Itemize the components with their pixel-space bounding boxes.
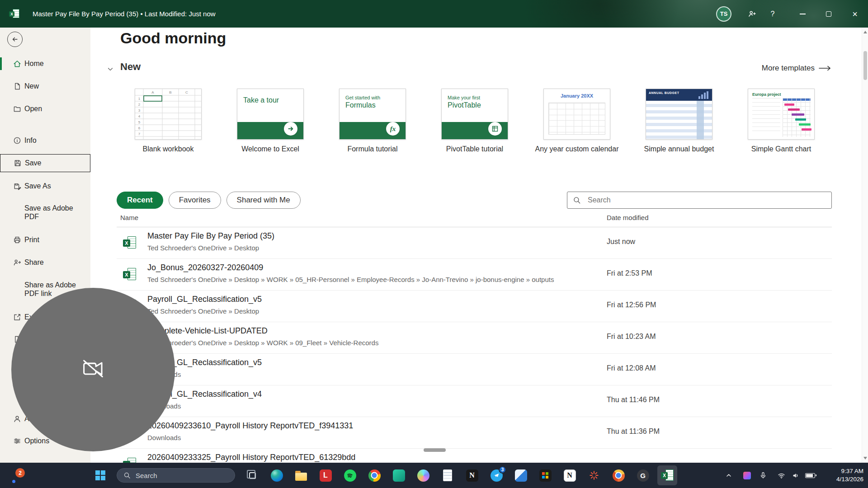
template-thumbnail: ANNUAL BUDGET (646, 89, 712, 140)
search-input[interactable] (588, 196, 826, 204)
template-thumbnail: January 20XX (543, 89, 610, 140)
horizontal-scrollbar-thumb[interactable] (424, 448, 446, 452)
file-date-modified: Thu at 11:46 PM (607, 396, 660, 404)
sidebar-item-home[interactable]: Home (0, 56, 90, 71)
battery-status[interactable] (803, 463, 817, 488)
scroll-up-arrow[interactable] (862, 28, 868, 36)
minimize-button[interactable] (789, 0, 816, 28)
tray-microphone[interactable] (756, 463, 770, 488)
tray-app[interactable] (740, 463, 754, 488)
volume-status[interactable] (788, 463, 803, 488)
column-header-name[interactable]: Name (120, 214, 138, 221)
teal-app-button[interactable] (389, 465, 409, 485)
starburst-app-button[interactable] (584, 465, 604, 485)
template-label: PivotTable tutorial (446, 145, 503, 153)
back-button[interactable] (7, 32, 23, 47)
task-view-button[interactable] (242, 465, 262, 485)
file-path: Ted Schroeder's OneDrive » Desktop » WOR… (147, 339, 378, 347)
maximize-button[interactable] (816, 0, 842, 28)
file-search-box[interactable] (567, 192, 832, 209)
sidebar-item-open[interactable]: Open (0, 101, 90, 117)
template-any-year-calendar[interactable]: January 20XX Any year custom calendar (526, 89, 628, 153)
tray-chevron-up[interactable] (722, 463, 736, 488)
sidebar-item-label: New (24, 82, 39, 90)
sidebar-item-label: Home (24, 60, 44, 68)
titlebar: X Master Pay File By Pay Period (35) • L… (0, 0, 868, 28)
spotify-button[interactable] (340, 465, 360, 485)
scrollbar-thumb[interactable] (863, 51, 867, 80)
sidebar-item-save[interactable]: Save (0, 154, 90, 172)
excel-taskbar-button[interactable]: X (657, 465, 677, 485)
tray-app-icon (743, 472, 751, 479)
template-pivottable-tutorial[interactable]: Make your first PivotTable PivotTable tu… (424, 89, 526, 153)
notion-dark-button[interactable]: N (462, 465, 482, 485)
sidebar-item-new[interactable]: New (0, 79, 90, 94)
options-icon (13, 436, 22, 446)
sidebar-item-info[interactable]: Info (0, 133, 90, 148)
collapse-new-section-chevron-icon[interactable] (107, 66, 114, 75)
template-formula-tutorial[interactable]: Get started with Formulas fx Formula tut… (321, 89, 424, 153)
file-row[interactable]: X Master Pay File By Pay Period (35) Ted… (117, 227, 832, 259)
sidebar-item-label: Save as Adobe PDF (24, 204, 84, 221)
sidebar-item-print[interactable]: Print (0, 232, 90, 248)
notion-button[interactable]: N (560, 465, 580, 485)
template-thumbnail: Europa project (748, 89, 815, 140)
file-row[interactable]: X Payroll_GL_Reclassification_v5 Downloa… (117, 354, 832, 385)
scroll-down-arrow[interactable] (862, 455, 868, 462)
column-header-date-modified[interactable]: Date modified (607, 214, 649, 221)
more-templates-link[interactable]: More templates (762, 64, 832, 73)
maximize-icon (826, 11, 831, 17)
vertical-scrollbar[interactable] (862, 28, 868, 463)
template-welcome-to-excel[interactable]: Take a tour Welcome to Excel (219, 89, 321, 153)
file-row[interactable]: X Jo_Bonus_20260327-20260409 Ted Schroed… (117, 259, 832, 291)
template-blank-workbook[interactable]: A B C 1 2 3 4 5 6 7 (117, 89, 219, 153)
excel-file-icon: X (123, 457, 137, 463)
template-simple-gantt-chart[interactable]: Europa project Simple Gantt chart (730, 89, 832, 153)
notepad-button[interactable] (438, 465, 458, 485)
tab-recent[interactable]: Recent (117, 192, 163, 209)
file-list-tabs: Recent Favorites Shared with Me (117, 192, 301, 209)
template-gallery: A B C 1 2 3 4 5 6 7 (117, 89, 832, 153)
file-path: Ted Schroeder's OneDrive » Desktop (147, 307, 259, 315)
tab-favorites[interactable]: Favorites (169, 192, 221, 209)
clock-date: 4/13/2026 (818, 475, 863, 483)
teal-app-icon (393, 469, 405, 482)
template-label: Any year custom calendar (535, 145, 619, 153)
file-row[interactable]: X 20260409233325_Payroll History Reportv… (117, 449, 832, 463)
close-button[interactable]: × (842, 0, 868, 28)
taskbar-clock[interactable]: 9:37 AM 4/13/2026 (818, 467, 863, 483)
share-contacts-icon[interactable] (741, 0, 762, 28)
tab-shared-with-me[interactable]: Shared with Me (226, 192, 301, 209)
telegram-button[interactable]: 3 (486, 465, 506, 485)
chrome-alt-button[interactable] (609, 465, 628, 485)
notion-icon: N (564, 469, 576, 482)
microsoft-365-button[interactable] (535, 465, 555, 485)
template-simple-annual-budget[interactable]: ANNUAL BUDGET Simple annual budget (628, 89, 730, 153)
greeting-heading: Good morning (120, 29, 226, 47)
help-icon[interactable]: ? (762, 0, 783, 28)
sidebar-item-share[interactable]: Share (0, 255, 90, 270)
sidebar-item-save-adobe-pdf[interactable]: Save as Adobe PDF (0, 202, 90, 223)
start-button[interactable] (90, 465, 110, 485)
file-row[interactable]: X Complete-Vehicle-List-UPDATED Ted Schr… (117, 322, 832, 354)
chrome-button[interactable] (364, 465, 384, 485)
taskbar-search-box[interactable]: Search (117, 468, 235, 483)
file-row[interactable]: X Payroll_GL_Reclassification_v4 Downloa… (117, 385, 832, 417)
edge-button[interactable] (267, 465, 287, 485)
paint-button[interactable] (511, 465, 531, 485)
sidebar-item-label: Share (24, 258, 44, 267)
notification-badge[interactable]: 2 (15, 468, 25, 478)
file-explorer-button[interactable] (291, 465, 311, 485)
account-avatar[interactable]: TS (716, 6, 731, 22)
wifi-status[interactable] (774, 463, 788, 488)
file-row[interactable]: X 20260409233610_Payroll History Reportv… (117, 417, 832, 449)
sidebar-item-label: Print (24, 236, 39, 244)
copilot-button[interactable] (413, 465, 433, 485)
file-name: 20260409233610_Payroll History ReportvTE… (147, 421, 353, 431)
sidebar-item-save-as[interactable]: Save As (0, 178, 90, 194)
arrow-circle-icon (284, 122, 297, 136)
svg-text:C: C (185, 90, 188, 94)
file-row[interactable]: X Payroll_GL_Reclassification_v5 Ted Sch… (117, 291, 832, 322)
l-app-button[interactable]: L (316, 465, 335, 485)
g-app-button[interactable]: G (633, 465, 653, 485)
